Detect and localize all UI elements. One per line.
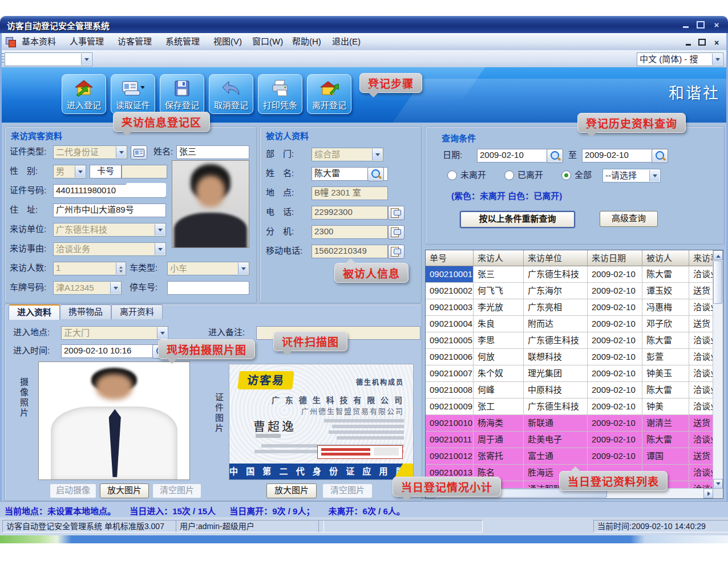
table-cell[interactable]: 周于通 bbox=[474, 432, 524, 448]
table-row[interactable]: 090210004朱良附而达2009-02-10邓子欣送货 bbox=[426, 316, 713, 332]
car-type-combo[interactable]: 小车 bbox=[167, 262, 249, 275]
menu-help[interactable]: 帮助(H) bbox=[292, 36, 321, 47]
start-camera-button[interactable]: 启动摄像 bbox=[50, 483, 96, 498]
scroll-up-button[interactable] bbox=[713, 250, 723, 260]
table-cell[interactable]: 2009-02-10 bbox=[588, 432, 642, 448]
plate-combo[interactable]: 津A12345 bbox=[53, 281, 122, 295]
table-cell[interactable]: 谭国 bbox=[642, 448, 689, 465]
call-mobile-button[interactable] bbox=[388, 245, 405, 259]
column-header[interactable]: 单号 bbox=[426, 250, 474, 266]
table-cell[interactable]: 陈大雷 bbox=[642, 432, 689, 448]
id-type-combo[interactable]: 二代身份证 bbox=[53, 145, 127, 159]
chevron-down-icon[interactable] bbox=[116, 147, 126, 158]
phone-input[interactable]: 22992300 bbox=[312, 206, 388, 220]
table-cell[interactable]: 送货 bbox=[689, 448, 713, 465]
table-row[interactable]: 090210007朱个奴理光集团2009-02-10钟美玉洽谈业务 bbox=[426, 365, 713, 382]
table-cell[interactable]: 090210012 bbox=[426, 448, 474, 465]
table-cell[interactable]: 090210010 bbox=[426, 415, 474, 432]
close-icon[interactable]: × bbox=[710, 20, 723, 29]
table-cell[interactable]: 洽谈业务 bbox=[689, 399, 713, 415]
advanced-query-button[interactable]: 高级查询 bbox=[600, 211, 658, 227]
visitor-count-stepper[interactable]: 1 bbox=[53, 262, 126, 275]
table-cell[interactable]: 洽谈业务 bbox=[689, 332, 713, 349]
table-cell[interactable]: 洽谈业务 bbox=[689, 382, 713, 399]
leave-register-button[interactable]: 离开登记 bbox=[307, 74, 351, 114]
menu-view[interactable]: 视图(V) bbox=[213, 36, 242, 47]
table-cell[interactable]: 杨海类 bbox=[474, 415, 524, 432]
save-register-button[interactable]: 保存登记 bbox=[160, 74, 204, 114]
table-cell[interactable]: 李光放 bbox=[474, 299, 524, 316]
table-row[interactable]: 090210011周于通赴美电子2009-02-10陈大雷洽谈业务 bbox=[426, 432, 713, 448]
column-header[interactable]: 来访人 bbox=[474, 250, 524, 266]
column-header[interactable]: 被访人 bbox=[642, 250, 689, 266]
table-row[interactable]: 090210006何放联想科技2009-02-10彭萱洽谈业务 bbox=[426, 349, 713, 365]
menu-system[interactable]: 系统管理 bbox=[165, 36, 200, 47]
table-cell[interactable]: 冯惠梅 bbox=[642, 299, 689, 316]
date-to-picker-button[interactable] bbox=[652, 149, 668, 163]
table-cell[interactable]: 何放 bbox=[474, 349, 524, 365]
table-cell[interactable]: 广东德生科技 bbox=[524, 399, 588, 415]
table-cell[interactable]: 090210004 bbox=[426, 316, 474, 332]
call-ext-button[interactable] bbox=[388, 225, 405, 239]
tab-leave-info[interactable]: 离开资料 bbox=[111, 304, 163, 319]
host-search-button[interactable] bbox=[367, 167, 384, 181]
radio-not-left[interactable]: 未离开 bbox=[447, 169, 486, 181]
read-id-button[interactable]: 读取证件 bbox=[111, 74, 155, 114]
ext-input[interactable]: 2300 bbox=[312, 225, 388, 239]
table-cell[interactable]: 朱个奴 bbox=[474, 365, 524, 382]
table-cell[interactable]: 2009-02-10 bbox=[588, 332, 642, 349]
table-cell[interactable]: 谭玉姣 bbox=[642, 283, 689, 299]
table-cell[interactable]: 2009-02-10 bbox=[588, 415, 642, 432]
table-row[interactable]: 090210010杨海类新联通2009-02-10谢清兰送货 bbox=[426, 415, 713, 432]
table-cell[interactable]: 中原科技 bbox=[524, 382, 588, 399]
table-cell[interactable]: 洽谈业务 bbox=[689, 349, 713, 365]
gender-combo[interactable]: 男 bbox=[53, 165, 86, 178]
tab-entry-info[interactable]: 进入资料 bbox=[9, 304, 60, 320]
column-header[interactable]: 来访单位 bbox=[524, 250, 588, 266]
table-cell[interactable]: 新联通 bbox=[524, 415, 588, 432]
zoom-scan-button[interactable]: 放大图片 bbox=[266, 483, 317, 498]
chevron-down-icon[interactable] bbox=[155, 243, 165, 255]
visit-unit-combo[interactable]: 广东德生科技 bbox=[53, 223, 166, 237]
print-ticket-button[interactable]: 打印凭条 bbox=[258, 74, 302, 114]
chevron-down-icon[interactable] bbox=[155, 224, 165, 235]
table-cell[interactable]: 2009-02-10 bbox=[588, 316, 642, 332]
table-cell[interactable]: 090210011 bbox=[426, 432, 474, 448]
menu-exit[interactable]: 退出(E) bbox=[332, 36, 361, 47]
visitor-name-input[interactable]: 张三 bbox=[176, 145, 249, 159]
parking-input[interactable] bbox=[167, 281, 249, 295]
table-cell[interactable]: 2009-02-10 bbox=[588, 283, 642, 299]
chevron-down-icon[interactable] bbox=[157, 327, 167, 339]
table-cell[interactable]: 赴美电子 bbox=[524, 432, 588, 448]
visit-reason-combo[interactable]: 洽谈业务 bbox=[53, 242, 166, 256]
scroll-right-button[interactable] bbox=[703, 489, 713, 498]
table-cell[interactable]: 090210007 bbox=[426, 365, 474, 382]
table-cell[interactable]: 陈大雷 bbox=[642, 266, 689, 283]
table-cell[interactable]: 送货 bbox=[689, 316, 713, 332]
table-cell[interactable]: 朱良 bbox=[474, 316, 524, 332]
requery-button[interactable]: 按以上条件重新查询 bbox=[460, 211, 575, 228]
table-cell[interactable]: 广东海尔 bbox=[524, 283, 588, 299]
mobile-input[interactable]: 15602210349 bbox=[312, 245, 388, 258]
menu-hr[interactable]: 人事管理 bbox=[70, 36, 104, 47]
table-cell[interactable]: 2009-02-10 bbox=[588, 266, 642, 283]
filter-combo[interactable]: --请选择 bbox=[602, 169, 661, 182]
chevron-down-icon[interactable] bbox=[372, 149, 382, 160]
table-row[interactable]: 090210005李思广东德生科技2009-02-10陈大雷洽谈业务 bbox=[426, 332, 713, 349]
spinner-arrows-icon[interactable] bbox=[116, 263, 125, 274]
table-cell[interactable]: 2009-02-10 bbox=[588, 365, 642, 382]
minimize-icon[interactable] bbox=[679, 20, 693, 29]
chevron-down-icon[interactable] bbox=[238, 263, 248, 274]
table-cell[interactable]: 洽谈业务 bbox=[689, 266, 713, 283]
vertical-scrollbar[interactable] bbox=[713, 250, 723, 489]
table-cell[interactable]: 090210006 bbox=[426, 349, 474, 365]
table-cell[interactable]: 广东亮相 bbox=[524, 299, 588, 316]
table-cell[interactable]: 彭萱 bbox=[642, 349, 689, 365]
enter-register-button[interactable]: 进入登记 bbox=[62, 74, 106, 114]
table-cell[interactable]: 090210009 bbox=[426, 399, 474, 415]
scroll-down-button[interactable] bbox=[713, 479, 723, 489]
table-cell[interactable]: 联想科技 bbox=[524, 349, 588, 365]
table-cell[interactable]: 洽谈业务 bbox=[689, 299, 713, 316]
call-phone-button[interactable] bbox=[388, 206, 405, 220]
chevron-down-icon[interactable] bbox=[712, 54, 722, 65]
